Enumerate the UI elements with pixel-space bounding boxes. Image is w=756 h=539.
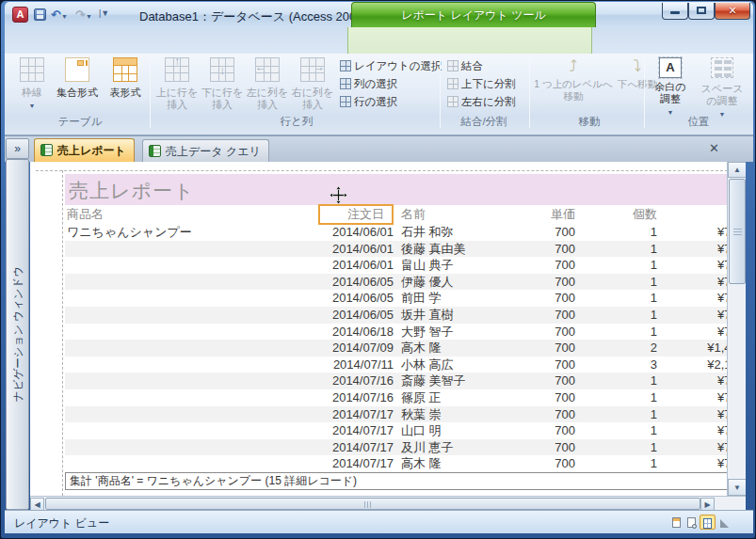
cell-quantity[interactable]: 1 [589, 241, 657, 258]
cell-quantity[interactable]: 1 [589, 290, 657, 307]
table-row[interactable]: 2014/06/01 後藤 真由美 700 1 ¥700 [65, 241, 727, 258]
print-preview-button[interactable] [684, 515, 699, 530]
cell-quantity[interactable]: 1 [589, 373, 657, 389]
vertical-scrollbar[interactable]: ▲ ▼ [727, 162, 746, 496]
cell-quantity[interactable]: 1 [589, 324, 657, 341]
cell-quantity[interactable]: 2 [589, 340, 657, 357]
maximize-button[interactable] [688, 3, 715, 20]
tabular-layout-button[interactable]: 表形式 [103, 57, 148, 114]
horizontal-scrollbar[interactable]: ◀ ▶ [30, 496, 746, 510]
move-up-level-button[interactable]: ⤴ 1 つ上のレベルへ移動 [534, 57, 613, 114]
cell-order-date[interactable]: 2014/07/17 [288, 422, 394, 439]
header-order-date[interactable]: 注文日 [288, 205, 394, 224]
layout-view-button-active[interactable] [700, 515, 716, 530]
cell-order-date[interactable]: 2014/06/01 [288, 224, 394, 241]
cell-unit-price[interactable]: 700 [514, 340, 575, 357]
cell-quantity[interactable]: 1 [589, 274, 657, 291]
scroll-right-icon[interactable]: ▶ [700, 498, 715, 510]
doc-tab-sales-report[interactable]: 売上レポート [34, 138, 135, 162]
cell-unit-price[interactable]: 700 [514, 290, 575, 307]
scroll-up-icon[interactable]: ▲ [728, 162, 746, 178]
minimize-button[interactable] [662, 3, 688, 20]
table-row[interactable]: 2014/07/17 及川 恵子 700 1 ¥700 [65, 439, 727, 456]
select-layout-button[interactable]: レイアウトの選択 [340, 59, 442, 75]
table-row[interactable]: 2014/07/17 高木 隆 700 1 ¥700 [65, 455, 727, 472]
insert-column-left-button[interactable]: ← 左に列を挿入 [246, 57, 289, 114]
split-vertical-button[interactable]: 上下に分割 [447, 77, 516, 93]
horizontal-scroll-thumb[interactable] [45, 498, 700, 510]
cell-unit-price[interactable]: 700 [514, 224, 575, 241]
cell-unit-price[interactable]: 700 [514, 439, 575, 456]
select-row-button[interactable]: 行の選択 [340, 95, 397, 111]
cell-unit-price[interactable]: 700 [514, 257, 575, 274]
cell-unit-price[interactable]: 700 [514, 324, 575, 341]
table-row[interactable]: 2014/06/01 畠山 典子 700 1 ¥700 [65, 257, 727, 274]
cell-unit-price[interactable]: 700 [514, 406, 575, 423]
table-row[interactable]: ワニちゃんシャンプー 2014/06/01 石井 和弥 700 1 ¥700 [65, 224, 727, 241]
report-title[interactable]: 売上レポート [69, 178, 194, 204]
nav-pane-expand-button[interactable]: » [6, 138, 29, 159]
save-icon[interactable] [34, 8, 46, 21]
table-row[interactable]: 2014/07/17 山口 明 700 1 ¥700 [65, 422, 727, 439]
cell-order-date[interactable]: 2014/07/17 [288, 455, 394, 472]
cell-unit-price[interactable]: 700 [514, 373, 575, 389]
undo-icon[interactable]: ↶▼ [51, 8, 68, 22]
cell-unit-price[interactable]: 700 [514, 357, 575, 373]
insert-row-below-button[interactable]: ↓ 下に行を挿入 [201, 57, 244, 114]
cell-order-date[interactable]: 2014/06/05 [288, 290, 394, 307]
table-row[interactable]: 2014/06/18 大野 智子 700 1 ¥700 [65, 324, 727, 341]
table-row[interactable]: 2014/07/17 秋葉 崇 700 1 ¥700 [65, 406, 727, 423]
cell-quantity[interactable]: 1 [589, 307, 657, 324]
cell-quantity[interactable]: 3 [589, 357, 657, 373]
close-button[interactable]: ✕ [715, 3, 750, 20]
group-footer[interactable]: 集計 '商品名' = ワニちゃんシャンプー (15 詳細レコード) [65, 472, 729, 490]
cell-unit-price[interactable]: 700 [514, 422, 575, 439]
cell-quantity[interactable]: 1 [589, 422, 657, 439]
vertical-scroll-thumb[interactable] [729, 179, 746, 284]
cell-order-date[interactable]: 2014/06/18 [288, 324, 394, 341]
report-view-button[interactable] [669, 515, 684, 530]
table-row[interactable]: 2014/07/11 小林 高広 700 3 ¥2,100 [65, 357, 727, 373]
split-horizontal-button[interactable]: 左右に分割 [447, 95, 516, 111]
cell-order-date[interactable]: 2014/07/11 [288, 357, 394, 373]
header-quantity[interactable]: 個数 [589, 205, 657, 224]
doc-tab-sales-query[interactable]: 売上データ クエリ [142, 139, 269, 162]
header-unit-price[interactable]: 単価 [514, 205, 575, 224]
table-row[interactable]: 2014/07/16 斎藤 美智子 700 1 ¥700 [65, 373, 727, 389]
cell-order-date[interactable]: 2014/07/16 [288, 373, 394, 389]
close-document-icon[interactable]: ✕ [709, 141, 719, 155]
cell-unit-price[interactable]: 700 [514, 241, 575, 258]
table-row[interactable]: 2014/07/16 篠原 正 700 1 ¥700 [65, 389, 727, 406]
header-product[interactable]: 商品名 [67, 205, 293, 224]
table-row[interactable]: 2014/06/05 前田 学 700 1 ¥700 [65, 290, 727, 307]
insert-row-above-button[interactable]: ↑ 上に行を挿入 [155, 57, 199, 114]
insert-column-right-button[interactable]: → 右に列を挿入 [291, 57, 334, 114]
cell-order-date[interactable]: 2014/06/05 [288, 307, 394, 324]
cell-order-date[interactable]: 2014/06/05 [288, 274, 394, 291]
gridlines-button[interactable]: 枠線 ▼ [12, 57, 52, 114]
cell-quantity[interactable]: 1 [589, 406, 657, 423]
table-row[interactable]: 2014/06/05 伊藤 優人 700 1 ¥700 [65, 274, 727, 291]
select-column-button[interactable]: 列の選択 [340, 77, 397, 93]
cell-order-date[interactable]: 2014/07/17 [288, 406, 394, 423]
cell-quantity[interactable]: 1 [589, 224, 657, 241]
scroll-left-icon[interactable]: ◀ [30, 498, 44, 510]
stacked-layout-button[interactable]: 集合形式 [54, 57, 101, 114]
adjust-spacing-button[interactable]: スペースの調整▼ [696, 57, 748, 114]
adjust-margins-button[interactable]: A 余白の調整▼ [649, 57, 692, 114]
cell-order-date[interactable]: 2014/06/01 [288, 257, 394, 274]
navigation-pane-collapsed[interactable]: ナビゲーション ウィンドウ [6, 159, 29, 510]
cell-quantity[interactable]: 1 [589, 455, 657, 472]
access-logo-icon[interactable]: A [12, 7, 28, 23]
merge-button[interactable]: 結合 [447, 59, 483, 75]
cell-unit-price[interactable]: 700 [514, 389, 575, 406]
cell-product[interactable]: ワニちゃんシャンプー [67, 224, 293, 241]
scroll-down-icon[interactable]: ▼ [728, 479, 746, 496]
design-view-button[interactable] [717, 515, 732, 530]
cell-quantity[interactable]: 1 [589, 439, 657, 456]
qat-customize-icon[interactable]: |▼ [99, 8, 109, 18]
cell-quantity[interactable]: 1 [589, 389, 657, 406]
cell-unit-price[interactable]: 700 [514, 307, 575, 324]
table-row[interactable]: 2014/07/09 高木 隆 700 2 ¥1,400 [65, 340, 727, 357]
cell-quantity[interactable]: 1 [589, 257, 657, 274]
